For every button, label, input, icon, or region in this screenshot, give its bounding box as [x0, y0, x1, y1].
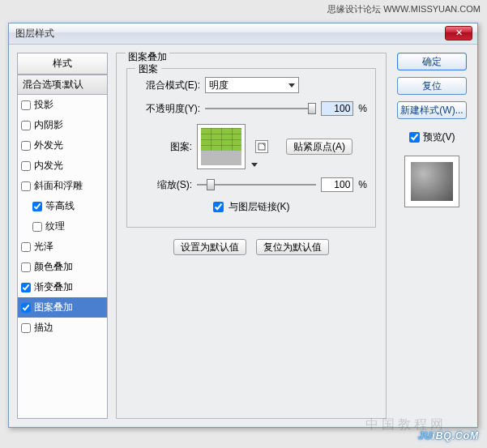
settings-panel: 图案叠加 图案 混合模式(E): 明度 不透明度(Y): [116, 53, 387, 419]
style-label: 渐变叠加 [34, 280, 73, 294]
link-with-layer-label: 与图层链接(K) [229, 200, 290, 214]
blend-mode-label: 混合模式(E): [135, 79, 200, 92]
checkbox-pattern-overlay[interactable] [21, 303, 31, 313]
style-item-inner-glow[interactable]: 内发光 [18, 156, 107, 176]
checkbox-bevel-emboss[interactable] [21, 181, 31, 191]
style-label: 内阴影 [34, 118, 63, 132]
style-label: 图案叠加 [34, 301, 73, 314]
checkbox-satin[interactable] [21, 242, 31, 252]
watermark: JUiBQ.CoM [418, 425, 479, 443]
layer-style-dialog: 图层样式 ✕ 样式 混合选项:默认 投影 内阴影 外发光 内发光 斜面和浮雕 等… [8, 23, 478, 428]
style-label: 颜色叠加 [34, 260, 73, 274]
slider-thumb[interactable] [308, 103, 316, 114]
slider-thumb[interactable] [207, 179, 215, 190]
checkbox-outer-glow[interactable] [21, 141, 31, 151]
watermark-part2: iBQ.CoM [432, 430, 479, 442]
titlebar[interactable]: 图层样式 ✕ [9, 23, 477, 45]
preview-label: 预览(V) [423, 130, 455, 144]
preview-checkbox[interactable] [409, 132, 420, 143]
style-item-bevel-emboss[interactable]: 斜面和浮雕 [18, 176, 107, 196]
reset-button[interactable]: 复位 [397, 77, 467, 95]
pattern-preview-icon [201, 128, 241, 165]
right-panel: 确定 复位 新建样式(W)... 预览(V) [395, 53, 469, 419]
style-item-gradient-overlay[interactable]: 渐变叠加 [18, 277, 107, 297]
style-label: 描边 [34, 321, 53, 335]
dialog-title: 图层样式 [15, 27, 54, 41]
checkbox-texture[interactable] [32, 222, 42, 232]
checkbox-gradient-overlay[interactable] [21, 283, 31, 292]
preview-swatch-icon [411, 162, 453, 201]
preview-box [404, 156, 459, 207]
blend-options-header[interactable]: 混合选项:默认 [18, 75, 107, 95]
style-item-pattern-overlay[interactable]: 图案叠加 [18, 297, 107, 318]
style-item-outer-glow[interactable]: 外发光 [18, 135, 107, 156]
style-item-satin[interactable]: 光泽 [18, 237, 107, 257]
opacity-label: 不透明度(Y): [135, 102, 200, 116]
ok-button[interactable]: 确定 [397, 53, 467, 70]
style-label: 内发光 [34, 159, 63, 173]
styles-header[interactable]: 样式 [18, 53, 107, 75]
opacity-slider[interactable] [205, 108, 316, 109]
close-button[interactable]: ✕ [445, 26, 472, 41]
blend-mode-select[interactable]: 明度 [205, 77, 299, 93]
document-icon [258, 143, 266, 151]
checkbox-inner-shadow[interactable] [21, 121, 31, 130]
style-label: 外发光 [34, 139, 63, 152]
style-label: 纹理 [45, 220, 65, 233]
blend-mode-value: 明度 [209, 79, 229, 92]
checkbox-drop-shadow[interactable] [21, 100, 31, 110]
pattern-label: 图案: [135, 140, 192, 154]
checkbox-contour[interactable] [32, 202, 42, 211]
scale-slider[interactable] [197, 184, 316, 186]
set-default-button[interactable]: 设置为默认值 [173, 239, 246, 255]
section-title: 图案叠加 [126, 50, 169, 64]
style-item-inner-shadow[interactable]: 内阴影 [18, 115, 107, 135]
pattern-legend: 图案 [135, 62, 161, 76]
checkbox-stroke[interactable] [21, 323, 31, 333]
attribution-text: 思缘设计论坛 WWW.MISSYUAN.COM [327, 3, 481, 15]
scale-input[interactable] [321, 177, 353, 192]
new-style-button[interactable]: 新建样式(W)... [397, 101, 467, 119]
style-label: 等高线 [45, 199, 75, 213]
link-with-layer-checkbox[interactable] [213, 202, 224, 212]
style-item-texture[interactable]: 纹理 [18, 216, 107, 237]
style-item-contour[interactable]: 等高线 [18, 196, 107, 216]
scale-label: 缩放(S): [135, 178, 192, 192]
style-item-drop-shadow[interactable]: 投影 [18, 95, 107, 115]
style-label: 投影 [34, 98, 53, 112]
snap-origin-button[interactable]: 贴紧原点(A) [286, 139, 352, 155]
reset-default-button[interactable]: 复位为默认值 [256, 239, 329, 255]
chevron-down-icon [251, 163, 258, 167]
style-item-stroke[interactable]: 描边 [18, 318, 107, 338]
watermark-part1: JU [418, 430, 432, 442]
style-label: 光泽 [34, 240, 53, 254]
opacity-unit: % [358, 103, 367, 114]
checkbox-inner-glow[interactable] [21, 161, 31, 171]
new-preset-button[interactable] [255, 140, 268, 153]
checkbox-color-overlay[interactable] [21, 262, 31, 272]
styles-list-panel: 样式 混合选项:默认 投影 内阴影 外发光 内发光 斜面和浮雕 等高线 纹理 光… [17, 53, 108, 419]
opacity-input[interactable] [321, 101, 353, 116]
scale-unit: % [358, 179, 367, 190]
style-label: 斜面和浮雕 [34, 179, 83, 193]
pattern-swatch-picker[interactable] [197, 124, 246, 169]
style-item-color-overlay[interactable]: 颜色叠加 [18, 257, 107, 277]
chevron-down-icon [288, 83, 295, 87]
